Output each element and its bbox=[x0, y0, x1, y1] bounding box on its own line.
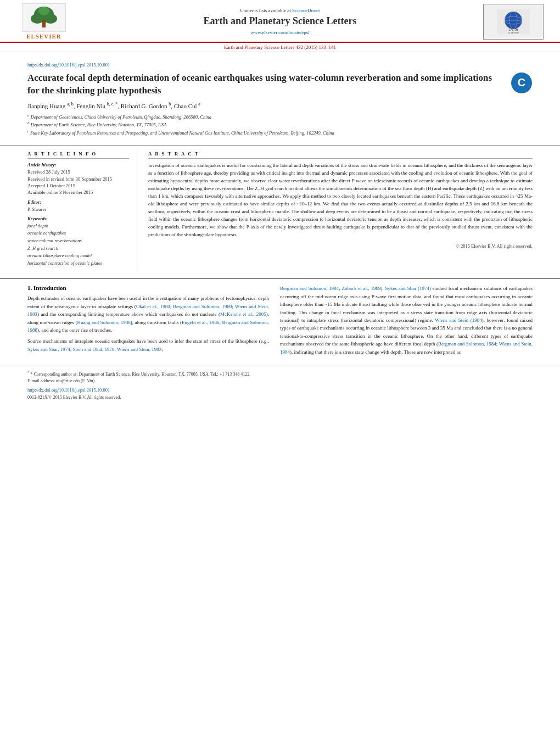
earth-globe-icon: EARTH ELSEVIER bbox=[497, 9, 530, 34]
article-title: Accurate focal depth determination of oc… bbox=[27, 72, 511, 97]
revised-date: Received in revised form 30 September 20… bbox=[27, 176, 129, 182]
article-footer: * * Corresponding author at: Department … bbox=[0, 365, 560, 402]
elsevier-brand-text: ELSEVIER bbox=[26, 33, 61, 40]
section1-right-text: Bergman and Solomon, 1984; Zoback et al.… bbox=[280, 284, 533, 356]
journal-header-center: Contents lists available at ScienceDirec… bbox=[77, 8, 483, 35]
keyword-5: oceanic lithosphere cooling model bbox=[27, 252, 129, 260]
keyword-1: focal depth bbox=[27, 222, 129, 230]
affiliations-block: a Department of Geosciences, China Unive… bbox=[27, 113, 533, 137]
available-date: Available online 3 November 2015 bbox=[27, 189, 129, 196]
footer-doi-link[interactable]: http://dx.doi.org/10.1016/j.epsl.2015.10… bbox=[27, 387, 533, 394]
article-info-column: A R T I C L E I N F O Article history: R… bbox=[27, 151, 137, 270]
ref-bergman1988[interactable]: Bergman and Solomon, 1988 bbox=[27, 320, 269, 333]
svg-text:ELSEVIER: ELSEVIER bbox=[508, 31, 519, 34]
ref-zoback1989[interactable]: Zoback et al., 1989 bbox=[341, 286, 380, 291]
footer-doi-line: http://dx.doi.org/10.1016/j.epsl.2015.10… bbox=[27, 387, 533, 394]
keywords-list: focal depth oceanic earthquakes water-co… bbox=[27, 222, 129, 267]
affil-a: a Department of Geosciences, China Unive… bbox=[27, 113, 533, 121]
svg-point-2 bbox=[31, 14, 44, 24]
ref-bergman1984[interactable]: Bergman and Solomon, 1984 bbox=[280, 286, 339, 291]
journal-url[interactable]: www.elsevier.com/locate/epsl bbox=[250, 30, 309, 35]
footnote-email: E-mail address: niu@rice.edu (F. Niu). bbox=[27, 378, 533, 384]
article-info-abstract-section: A R T I C L E I N F O Article history: R… bbox=[0, 145, 560, 276]
body-right-column: Bergman and Solomon, 1984; Zoback et al.… bbox=[280, 284, 533, 359]
article-history-group: Article history: Received 28 July 2015 R… bbox=[27, 162, 129, 196]
accepted-date: Accepted 1 October 2015 bbox=[27, 182, 129, 189]
journal-header-left: ELSEVIER bbox=[11, 3, 77, 40]
ref-sykes1974[interactable]: Sykes and Sbar, 1974 bbox=[27, 347, 70, 352]
abstract-column: A B S T R A C T Investigation of oceanic… bbox=[148, 151, 533, 270]
article-history-label: Article history: bbox=[27, 162, 129, 168]
keyword-4: Z–H grid search bbox=[27, 245, 129, 253]
page: ELSEVIER Contents lists available at Sci… bbox=[0, 0, 560, 742]
crossmark-icon: C bbox=[511, 72, 532, 93]
journal-reference-line: Earth and Planetary Science Letters 432 … bbox=[0, 43, 560, 52]
editor-group: Editor: P. Shearer bbox=[27, 199, 129, 213]
article-info-heading: A R T I C L E I N F O bbox=[27, 151, 129, 159]
journal-header: ELSEVIER Contents lists available at Sci… bbox=[0, 0, 560, 43]
contents-line: Contents lists available at ScienceDirec… bbox=[77, 8, 483, 13]
section1-left-text: Depth estimates of oceanic earthquakes h… bbox=[27, 294, 269, 353]
authors-line: Jianping Huang a, b, Fenglin Niu b, c, *… bbox=[27, 102, 533, 109]
sciencedirect-link[interactable]: ScienceDirect bbox=[292, 8, 320, 13]
crossmark-badge-container: C bbox=[511, 72, 533, 94]
ref-sykes-shar1974[interactable]: Sykes and Shar (1974) bbox=[385, 286, 432, 291]
ref-stein1978[interactable]: Stein and Okal, 1978 bbox=[72, 347, 114, 352]
footer-copyright: 0012-821X/© 2015 Elsevier B.V. All right… bbox=[27, 395, 533, 400]
elsevier-logo: ELSEVIER bbox=[11, 3, 77, 40]
keywords-group: Keywords: focal depth oceanic earthquake… bbox=[27, 216, 129, 267]
svg-text:C: C bbox=[518, 76, 525, 88]
article-doi: http://dx.doi.org/10.1016/j.epsl.2015.10… bbox=[27, 62, 533, 68]
journal-title: Earth and Planetary Science Letters bbox=[77, 15, 483, 27]
ref-bergman-solomon1984[interactable]: Bergman and Solomon, 1984 bbox=[438, 341, 496, 347]
abstract-heading: A B S T R A C T bbox=[148, 151, 533, 159]
ref-okal1980[interactable]: Okal et al., 1980 bbox=[136, 304, 170, 309]
ref-huang1988[interactable]: Huang and Solomon, 1988 bbox=[77, 320, 130, 325]
ref-wiens1983b[interactable]: Wiens and Stein, 1983 bbox=[117, 347, 161, 352]
section1-title: 1. Introduction bbox=[27, 284, 269, 291]
keyword-3: water-column reverberations bbox=[27, 237, 129, 245]
svg-rect-4 bbox=[42, 20, 46, 27]
keywords-label: Keywords: bbox=[27, 216, 129, 221]
body-left-column: 1. Introduction Depth estimates of ocean… bbox=[27, 284, 269, 359]
svg-point-5 bbox=[38, 7, 49, 15]
affil-b: b Department of Earth Science, Rice Univ… bbox=[27, 120, 533, 129]
editor-label: Editor: bbox=[27, 199, 129, 205]
svg-point-3 bbox=[44, 14, 57, 24]
ref-engeln1986[interactable]: Engeln et al., 1986 bbox=[182, 320, 219, 325]
article-title-row: Accurate focal depth determination of oc… bbox=[27, 72, 533, 97]
abstract-copyright: © 2015 Elsevier B.V. All rights reserved… bbox=[148, 243, 533, 249]
journal-header-right: EARTH ELSEVIER bbox=[483, 4, 549, 40]
editor-name: P. Shearer bbox=[27, 206, 129, 213]
article-header: http://dx.doi.org/10.1016/j.epsl.2015.10… bbox=[0, 52, 560, 142]
keyword-6: horizontal contraction of oceanic plates bbox=[27, 260, 129, 267]
abstract-text: Investigation of oceanic earthquakes is … bbox=[148, 162, 533, 238]
footnote-corresponding: * * Corresponding author at: Department … bbox=[27, 370, 533, 378]
journal-info-box: EARTH ELSEVIER bbox=[483, 4, 544, 40]
keyword-2: oceanic earthquakes bbox=[27, 230, 129, 237]
ref-wiens-stein1984[interactable]: Wiens and Stein (1984) bbox=[435, 317, 484, 323]
ref-bergman1980[interactable]: Bergman and Solomon, 1980 bbox=[173, 304, 232, 309]
article-body: 1. Introduction Depth estimates of ocean… bbox=[0, 278, 560, 365]
affil-c: c State Key Laboratory of Petroleum Reso… bbox=[27, 129, 533, 137]
ref-mckenzie2005[interactable]: McKenzie et al., 2005 bbox=[220, 311, 266, 317]
elsevier-logo-img bbox=[22, 3, 66, 32]
received-date: Received 28 July 2015 bbox=[27, 169, 129, 175]
